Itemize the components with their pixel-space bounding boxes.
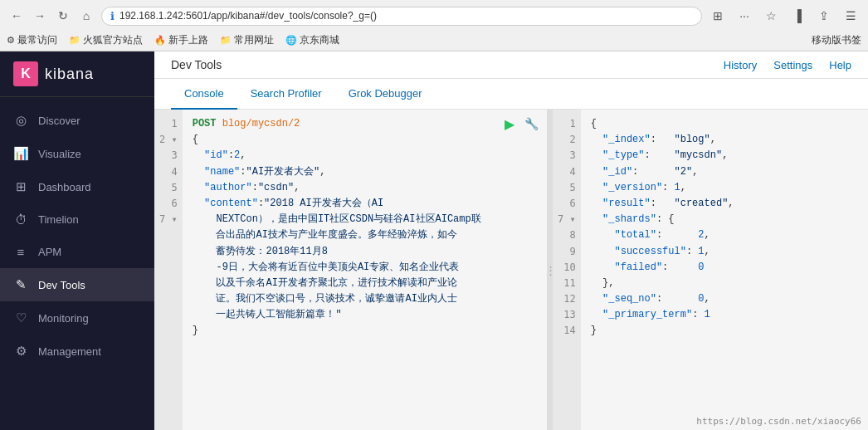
grid-button[interactable]: ⊞ [707,5,729,27]
bookmark-mobile[interactable]: 移动版书签 [812,33,861,47]
sidebar-item-timelion-label: Timelion [38,213,79,226]
code-editor[interactable]: 1 2 ▾ 3 4 5 6 7 ▾ POST blog/mycsdn/2{ "i… [154,110,547,430]
security-icon: ℹ [110,10,115,22]
history-link[interactable]: History [724,59,757,71]
sidebar-item-devtools[interactable]: ✎ Dev Tools [0,268,154,301]
refresh-button[interactable]: ↻ [53,6,73,26]
sidebar-item-management[interactable]: ⚙ Management [0,335,154,368]
folder-icon: 📁 [69,35,80,46]
bookmarks-bar: ⚙ 最常访问 📁 火狐官方站点 🔥 新手上路 📁 常用网址 🌐 京东商城 移动版… [0,32,868,51]
bookmark-jd-label: 京东商城 [300,33,339,47]
result-pane: 1 2 3 4 5 6 7 ▾ 8 9 10 11 12 13 14 { "_i… [553,110,868,430]
sidebar-item-dashboard[interactable]: ⊞ Dashboard [0,170,154,203]
bookmark-common[interactable]: ⚙ 最常访问 [7,33,57,47]
main-content: Dev Tools History Settings Help Console … [154,51,868,430]
forward-button[interactable]: → [30,6,50,26]
sidebar-item-monitoring-label: Monitoring [38,312,89,325]
browser-action-buttons: ⊞ ··· ☆ ▐ ⇪ ☰ [707,5,861,27]
bookmark-newbie-label: 新手上路 [168,33,208,47]
sidebar-item-apm-label: APM [38,246,61,258]
address-bar[interactable]: ℹ 192.168.1.242:5601/app/kibana#/dev_too… [101,7,702,26]
visualize-icon: 📊 [13,146,28,161]
sidebar-item-apm[interactable]: ≡ APM [0,236,154,268]
bookmark-common-label: 最常访问 [17,33,57,47]
fire-icon: 🔥 [154,35,166,46]
bookmark-newbie[interactable]: 🔥 新手上路 [154,33,208,47]
apm-icon: ≡ [13,245,28,259]
sidebar-item-devtools-label: Dev Tools [38,279,85,291]
address-text: 192.168.1.242:5601/app/kibana#/dev_tools… [119,10,693,22]
devtools-title: Dev Tools [171,58,222,71]
result-footer-url: https://blog.csdn.net/xiaocy66 [696,416,861,427]
tab-search-profiler[interactable]: Search Profiler [237,79,335,110]
bookmark-common-urls[interactable]: 📁 常用网址 [220,33,274,47]
globe-icon: 🌐 [285,35,297,46]
sidebar-item-dashboard-label: Dashboard [38,181,91,193]
folder2-icon: 📁 [220,35,232,46]
sidebar-item-timelion[interactable]: ⏱ Timelion [0,203,154,236]
mobile-bookmark-label: 移动版书签 [812,33,861,47]
kibana-text: kibana [45,66,94,83]
sidebar-item-discover[interactable]: ◎ Discover [0,104,154,137]
code-pane: 1 2 ▾ 3 4 5 6 7 ▾ POST blog/mycsdn/2{ "i… [154,110,548,430]
editor-area: 1 2 ▾ 3 4 5 6 7 ▾ POST blog/mycsdn/2{ "i… [154,110,868,430]
sidebar-logo: K kibana [0,51,154,97]
devtools-header: Dev Tools History Settings Help [154,51,868,79]
devtools-tabs: Console Search Profiler Grok Debugger [154,79,868,110]
sidebar-item-visualize-label: Visualize [38,148,81,160]
sidebar: K kibana ◎ Discover 📊 Visualize ⊞ Dashbo… [0,51,154,430]
code-content[interactable]: POST blog/mycsdn/2{ "id":2, "name":"AI开发… [183,110,547,430]
sidebar-item-management-label: Management [38,345,101,358]
run-button[interactable]: ▶ [500,115,519,133]
bookmark-button[interactable]: ☆ [760,5,782,27]
kibana-icon: K [13,61,38,86]
result-content: { "_index": "blog", "_type": "mycsdn", "… [581,110,868,430]
settings-icon: ⚙ [7,35,15,46]
settings-link[interactable]: Settings [773,59,812,71]
browser-chrome: ← → ↻ ⌂ ℹ 192.168.1.242:5601/app/kibana#… [0,0,868,51]
tab-console[interactable]: Console [171,79,237,110]
menu-button[interactable]: ☰ [840,5,861,27]
app-container: K kibana ◎ Discover 📊 Visualize ⊞ Dashbo… [0,51,868,430]
sidebar-item-discover-label: Discover [38,115,80,127]
browser-toolbar: ← → ↻ ⌂ ℹ 192.168.1.242:5601/app/kibana#… [0,0,868,32]
discover-icon: ◎ [13,113,28,128]
bookmark-firefox-label: 火狐官方站点 [83,33,143,47]
tab-grok-debugger[interactable]: Grok Debugger [335,79,436,110]
sidebar-item-monitoring[interactable]: ♡ Monitoring [0,301,154,335]
bookmark-firefox[interactable]: 📁 火狐官方站点 [69,33,143,47]
monitoring-icon: ♡ [13,310,28,325]
result-line-numbers: 1 2 3 4 5 6 7 ▾ 8 9 10 11 12 13 14 [553,110,581,430]
share-button[interactable]: ⇪ [813,5,835,27]
browser-nav-buttons: ← → ↻ ⌂ [7,6,96,26]
wrench-button[interactable]: 🔧 [522,115,540,133]
timelion-icon: ⏱ [13,213,28,227]
devtools-icon: ✎ [13,277,28,292]
sidebar-nav: ◎ Discover 📊 Visualize ⊞ Dashboard ⏱ Tim… [0,97,154,430]
home-button[interactable]: ⌂ [76,6,96,26]
bookmark-jd[interactable]: 🌐 京东商城 [285,33,339,47]
dashboard-icon: ⊞ [13,179,28,194]
sidebar-button[interactable]: ▐ [787,5,808,27]
code-actions: ▶ 🔧 [500,115,540,133]
sidebar-item-visualize[interactable]: 📊 Visualize [0,137,154,170]
devtools-header-actions: History Settings Help [724,59,851,71]
line-numbers: 1 2 ▾ 3 4 5 6 7 ▾ [154,110,183,430]
bookmark-common-urls-label: 常用网址 [234,33,274,47]
help-link[interactable]: Help [829,59,851,71]
back-button[interactable]: ← [7,6,27,26]
more-button[interactable]: ··· [734,5,755,27]
management-icon: ⚙ [13,344,28,359]
